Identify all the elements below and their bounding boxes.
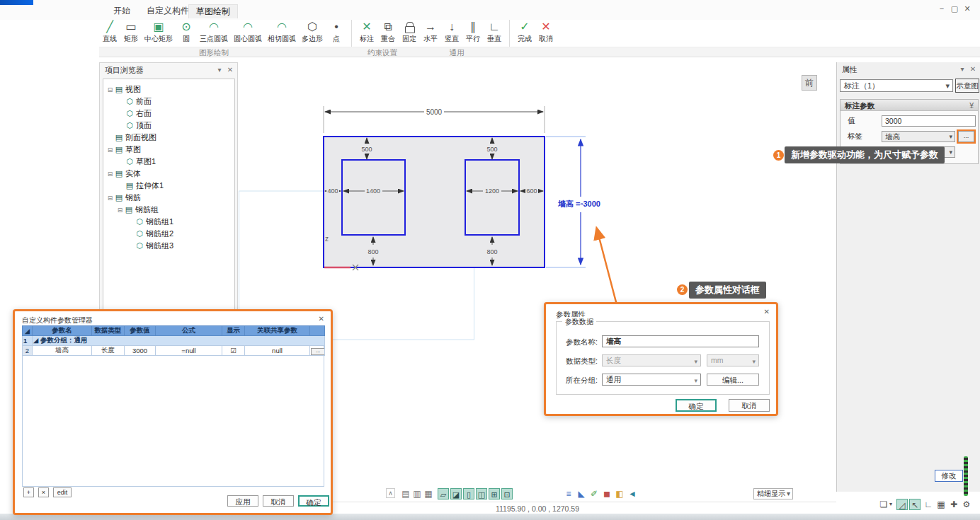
- ok-button[interactable]: 确定: [298, 495, 329, 507]
- tool-rectangle[interactable]: ▭矩形: [120, 20, 142, 45]
- browse-params-button[interactable]: ...: [958, 131, 974, 142]
- delete-param-button[interactable]: ×: [38, 487, 49, 497]
- display-mode-dropdown[interactable]: 精细显示: [753, 488, 793, 499]
- tree-item[interactable]: ⊟▤草图: [103, 144, 234, 156]
- wireframe-toggle-icon[interactable]: ◫: [476, 488, 487, 499]
- more-button[interactable]: ...: [311, 348, 325, 355]
- cell-param-name[interactable]: 墙高: [33, 346, 92, 356]
- expander-icon[interactable]: ⊟: [106, 144, 114, 156]
- dim-600[interactable]: 600: [526, 187, 537, 195]
- grid-toggle-icon[interactable]: ⊞: [489, 488, 500, 499]
- tool-dimension[interactable]: ✕标注: [356, 20, 377, 45]
- tree-item[interactable]: ⬡草图1: [103, 156, 234, 168]
- group-row[interactable]: 1 ◢ 参数分组：通用: [23, 336, 325, 346]
- col-data-type[interactable]: 数据类型: [92, 326, 125, 336]
- angle-shape-icon[interactable]: ◣: [576, 488, 587, 499]
- expander-icon[interactable]: ⊟: [106, 192, 114, 204]
- red-solid-icon[interactable]: ◼: [601, 488, 612, 499]
- pan-move-icon[interactable]: ✚: [948, 499, 959, 510]
- apply-button[interactable]: 应用: [227, 495, 258, 507]
- annotate-pen-icon[interactable]: ✐: [588, 488, 600, 499]
- dim-500-1[interactable]: 500: [361, 146, 372, 153]
- shade-edges-toggle-icon[interactable]: ◪: [450, 488, 462, 499]
- dim-400[interactable]: 400: [327, 187, 338, 195]
- display-checkbox[interactable]: ☑: [222, 346, 245, 356]
- tool-point[interactable]: •点: [326, 20, 347, 45]
- label-dropdown[interactable]: 墙高: [882, 131, 955, 142]
- value-input[interactable]: 3000: [882, 115, 976, 127]
- unit-dropdown[interactable]: mm: [707, 354, 759, 366]
- tool-fix[interactable]: 固定: [399, 20, 420, 45]
- minimize-icon[interactable]: −: [936, 4, 949, 13]
- tool-line[interactable]: ╱直线: [99, 20, 120, 45]
- tool-circle[interactable]: ⊙圆: [176, 20, 197, 45]
- tree-item[interactable]: ⊟▤视图: [103, 83, 234, 96]
- tool-finish[interactable]: ✓完成: [514, 20, 535, 45]
- tree-item[interactable]: ⬡钢筋组3: [103, 240, 234, 252]
- gear-icon[interactable]: ⚙: [961, 499, 972, 510]
- chevron-down-icon[interactable]: ▾: [957, 62, 967, 76]
- cell-formula[interactable]: =null: [156, 346, 222, 356]
- section-lines-icon[interactable]: ≡: [563, 488, 574, 499]
- chevron-down-icon[interactable]: ▾: [888, 499, 894, 510]
- cursor-snap-icon[interactable]: ↖: [909, 499, 921, 510]
- tree-item[interactable]: ⬡钢筋组1: [103, 216, 234, 228]
- group-header[interactable]: 标注参数 ¥: [841, 100, 978, 111]
- dim-500-2[interactable]: 500: [486, 146, 497, 153]
- right-angle-icon[interactable]: ∟: [923, 499, 934, 510]
- expander-icon[interactable]: ⊟: [106, 84, 114, 96]
- tree-item[interactable]: ⬡右面: [103, 108, 234, 120]
- tool-parallel[interactable]: ∥平行: [462, 20, 484, 45]
- tree-item[interactable]: ⬡钢筋组2: [103, 228, 234, 240]
- close-icon[interactable]: ✕: [962, 4, 974, 13]
- expander-icon[interactable]: ◢: [33, 336, 38, 344]
- data-type-dropdown[interactable]: 长度: [602, 354, 701, 366]
- restore-icon[interactable]: ▢: [949, 4, 962, 13]
- yellow-solid-icon[interactable]: ◧: [614, 488, 625, 499]
- col-formula[interactable]: 公式: [156, 326, 222, 336]
- col-display[interactable]: 显示: [222, 326, 245, 336]
- tab-custom-component[interactable]: 自定义构件: [139, 4, 196, 18]
- grid-table-icon[interactable]: ▦: [935, 499, 947, 510]
- tree-item[interactable]: ⊟▤实体: [103, 168, 234, 180]
- tool-horizontal[interactable]: →水平: [420, 20, 441, 45]
- tool-vertical[interactable]: ↓竖直: [441, 20, 462, 45]
- param-name-input[interactable]: 墙高: [602, 335, 759, 347]
- sheet-save-icon[interactable]: ▥: [411, 488, 423, 499]
- tool-center-arc[interactable]: ◠圆心圆弧: [231, 20, 265, 45]
- export-model-icon[interactable]: ◄: [627, 488, 638, 499]
- cell-data-type[interactable]: 长度: [92, 346, 125, 356]
- tree-item[interactable]: ⊟▤钢筋: [103, 192, 234, 204]
- tool-cancel[interactable]: ✕取消: [535, 20, 557, 45]
- wall-height-dim-label[interactable]: 墙高 =▫3000: [557, 200, 600, 208]
- tool-center-rectangle[interactable]: ▣中心矩形: [142, 20, 176, 45]
- tool-polygon[interactable]: ⬡多边形: [299, 20, 326, 45]
- solid-view-toggle-icon[interactable]: ▯: [463, 488, 474, 499]
- col-param-value[interactable]: 参数值: [125, 326, 156, 336]
- cancel-button[interactable]: 取消: [729, 399, 770, 412]
- tree-item[interactable]: ▤剖面视图: [103, 132, 234, 144]
- close-icon[interactable]: ✕: [319, 315, 324, 323]
- param-group-dropdown[interactable]: 通用: [602, 374, 701, 386]
- cell-shared-param[interactable]: null: [245, 346, 310, 356]
- chevron-down-icon[interactable]: ▾: [215, 63, 224, 77]
- schematic-button[interactable]: 示意图: [955, 79, 979, 93]
- tree-item[interactable]: ⊟▤钢筋组: [103, 204, 234, 216]
- modify-button[interactable]: 修改: [935, 470, 963, 482]
- dim-1200[interactable]: 1200: [485, 187, 499, 195]
- cancel-button[interactable]: 取消: [263, 495, 294, 507]
- tab-start[interactable]: 开始: [106, 4, 137, 18]
- tree-item[interactable]: ▤拉伸体1: [103, 180, 234, 192]
- close-icon[interactable]: ✕: [968, 62, 978, 76]
- wall-outline-rect[interactable]: [324, 137, 545, 267]
- tool-tangent-arc[interactable]: ◠相切圆弧: [265, 20, 299, 45]
- edit-param-button[interactable]: edit: [53, 487, 72, 497]
- dim-1400[interactable]: 1400: [366, 187, 380, 195]
- col-param-name[interactable]: 参数名: [33, 326, 92, 336]
- edit-group-button[interactable]: 编辑...: [707, 374, 759, 386]
- tool-three-point-arc[interactable]: ◠三点圆弧: [197, 20, 231, 45]
- selection-dropdown[interactable]: 标注（1）: [840, 79, 953, 92]
- print-icon[interactable]: ▦: [423, 488, 434, 499]
- cell-param-value[interactable]: 3000: [125, 346, 156, 356]
- grid-snap-toggle-icon[interactable]: ⊡: [501, 488, 513, 499]
